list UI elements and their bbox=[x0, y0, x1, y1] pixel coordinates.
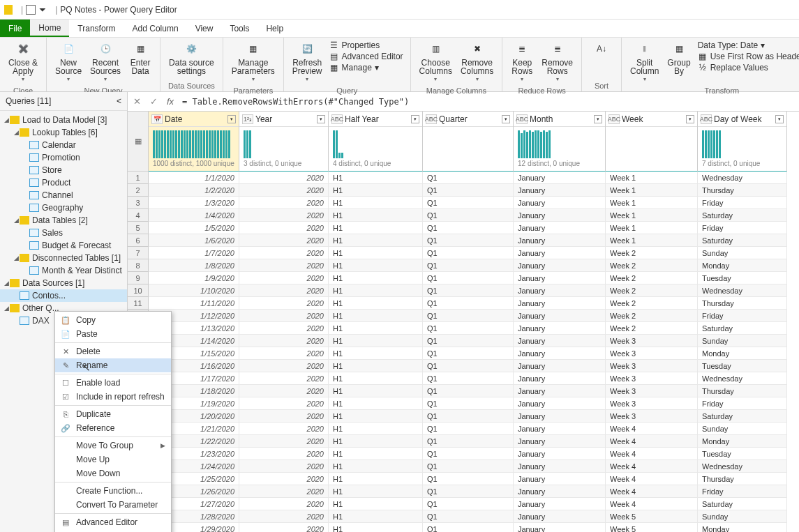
corner-cell[interactable]: ▦ bbox=[128, 112, 149, 172]
column-header[interactable]: ABCMonth▾ 12 distinct, 0 unique bbox=[514, 112, 606, 172]
cell[interactable]: Week 3 bbox=[606, 347, 698, 360]
menu-transform[interactable]: Transform bbox=[69, 20, 124, 37]
cell[interactable]: Q1 bbox=[423, 423, 514, 435]
type-icon[interactable]: ABC bbox=[426, 114, 437, 124]
context-menu-item[interactable]: ⎘Duplicate bbox=[55, 407, 171, 421]
cell[interactable]: Q1 bbox=[423, 222, 514, 234]
cell[interactable]: H1 bbox=[329, 197, 423, 209]
menu-view[interactable]: View bbox=[187, 20, 222, 37]
table-row[interactable]: 161/16/20202020H1Q1JanuaryWeek 3Tuesday bbox=[128, 360, 799, 372]
cell[interactable]: 2020 bbox=[239, 209, 329, 222]
tree-query[interactable]: Product bbox=[0, 176, 127, 189]
cell[interactable]: H1 bbox=[329, 222, 423, 234]
cell[interactable]: Week 4 bbox=[606, 423, 698, 435]
context-menu-item[interactable]: ✕Delete bbox=[55, 344, 171, 358]
cell[interactable]: Friday bbox=[698, 397, 787, 410]
table-row[interactable]: 281/28/20202020H1Q1JanuaryWeek 5Sunday bbox=[128, 510, 799, 523]
table-row[interactable]: 111/11/20202020H1Q1JanuaryWeek 2Thursday bbox=[128, 297, 799, 310]
cell[interactable]: Q1 bbox=[423, 234, 514, 247]
table-row[interactable]: 221/22/20202020H1Q1JanuaryWeek 4Monday bbox=[128, 435, 799, 448]
filter-dropdown-icon[interactable]: ▾ bbox=[686, 115, 694, 123]
cell[interactable]: Q1 bbox=[423, 385, 514, 397]
filter-dropdown-icon[interactable]: ▾ bbox=[502, 115, 510, 123]
cell[interactable]: Q1 bbox=[423, 322, 514, 335]
column-header[interactable]: ABCWeek▾ bbox=[606, 112, 698, 172]
cell[interactable]: H1 bbox=[329, 347, 423, 360]
cell[interactable]: January bbox=[514, 297, 606, 310]
cell[interactable]: Q1 bbox=[423, 485, 514, 498]
type-icon[interactable]: ABC bbox=[516, 114, 528, 124]
cell[interactable]: Week 2 bbox=[606, 310, 698, 322]
cell[interactable]: January bbox=[514, 397, 606, 410]
cell[interactable]: 2020 bbox=[239, 284, 329, 297]
cell[interactable]: H1 bbox=[329, 272, 423, 284]
cell[interactable]: January bbox=[514, 322, 606, 335]
cell[interactable]: Week 3 bbox=[606, 335, 698, 347]
cell[interactable]: H1 bbox=[329, 423, 423, 435]
cell[interactable]: Sunday bbox=[698, 247, 787, 259]
table-row[interactable]: 31/3/20202020H1Q1JanuaryWeek 1Friday bbox=[128, 197, 799, 209]
cell[interactable]: 2020 bbox=[239, 410, 329, 423]
cell[interactable]: Week 3 bbox=[606, 410, 698, 423]
choose-columns-button[interactable]: ▥Choose Columns▾ bbox=[417, 39, 455, 85]
cell[interactable]: January bbox=[514, 485, 606, 498]
cell[interactable]: January bbox=[514, 209, 606, 222]
table-row[interactable]: 51/5/20202020H1Q1JanuaryWeek 1Friday bbox=[128, 222, 799, 234]
cell[interactable]: 2020 bbox=[239, 460, 329, 473]
table-row[interactable]: 291/29/20202020H1Q1JanuaryWeek 5Monday bbox=[128, 523, 799, 532]
type-icon[interactable]: 1²₃ bbox=[242, 114, 253, 124]
table-row[interactable]: 151/15/20202020H1Q1JanuaryWeek 3Monday bbox=[128, 347, 799, 360]
cell[interactable]: H1 bbox=[329, 297, 423, 310]
row-number[interactable]: 4 bbox=[128, 209, 149, 222]
cell[interactable]: January bbox=[514, 222, 606, 234]
cell[interactable]: Saturday bbox=[698, 234, 787, 247]
save-icon[interactable] bbox=[26, 5, 36, 15]
split-column-button[interactable]: ⫴Split Column▾ bbox=[627, 39, 662, 85]
cell[interactable]: Q1 bbox=[423, 197, 514, 209]
cell[interactable]: Week 4 bbox=[606, 473, 698, 485]
cell[interactable]: 2020 bbox=[239, 310, 329, 322]
cell[interactable]: Week 2 bbox=[606, 259, 698, 272]
cell[interactable]: Q1 bbox=[423, 435, 514, 448]
menu-file[interactable]: File bbox=[0, 20, 30, 37]
cell[interactable]: Q1 bbox=[423, 272, 514, 284]
cell[interactable]: 1/8/2020 bbox=[149, 259, 239, 272]
context-menu-item[interactable]: 🔗Reference bbox=[55, 421, 171, 435]
cell[interactable]: 2020 bbox=[239, 197, 329, 209]
fx-icon[interactable]: fx bbox=[164, 96, 177, 108]
tree-query[interactable]: Month & Year Distinct bbox=[0, 264, 127, 277]
tree-query[interactable]: Channel bbox=[0, 189, 127, 202]
type-icon[interactable]: ABC bbox=[701, 114, 712, 124]
cell[interactable]: Week 2 bbox=[606, 247, 698, 259]
cell[interactable]: 1/7/2020 bbox=[149, 247, 239, 259]
remove-rows-button[interactable]: ≣Remove Rows▾ bbox=[539, 39, 576, 85]
remove-columns-button[interactable]: ✖Remove Columns▾ bbox=[458, 39, 496, 85]
type-icon[interactable]: 📅 bbox=[151, 114, 163, 124]
cell[interactable]: Q1 bbox=[423, 184, 514, 197]
cell[interactable]: Q1 bbox=[423, 372, 514, 385]
tree-folder[interactable]: ◢Lookup Tables [6] bbox=[0, 126, 127, 139]
cell[interactable]: 2020 bbox=[239, 272, 329, 284]
close-apply-button[interactable]: ✖️Close & Apply▾ bbox=[6, 39, 40, 85]
cell[interactable]: 2020 bbox=[239, 297, 329, 310]
cell[interactable]: 2020 bbox=[239, 498, 329, 510]
tree-query[interactable]: Calendar bbox=[0, 139, 127, 151]
cell[interactable]: January bbox=[514, 197, 606, 209]
filter-dropdown-icon[interactable]: ▾ bbox=[317, 115, 325, 123]
cell[interactable]: Q1 bbox=[423, 410, 514, 423]
formula-input[interactable] bbox=[181, 96, 796, 108]
cell[interactable]: Q1 bbox=[423, 259, 514, 272]
type-icon[interactable]: ABC bbox=[331, 114, 343, 124]
row-number[interactable]: 10 bbox=[128, 284, 149, 297]
cell[interactable]: Friday bbox=[698, 485, 787, 498]
cell[interactable]: Friday bbox=[698, 197, 787, 209]
table-row[interactable]: 251/25/20202020H1Q1JanuaryWeek 4Thursday bbox=[128, 473, 799, 485]
table-row[interactable]: 181/18/20202020H1Q1JanuaryWeek 3Thursday bbox=[128, 385, 799, 397]
cell[interactable]: H1 bbox=[329, 234, 423, 247]
cell[interactable]: Q1 bbox=[423, 297, 514, 310]
cell[interactable]: 2020 bbox=[239, 234, 329, 247]
table-row[interactable]: 41/4/20202020H1Q1JanuaryWeek 1Saturday bbox=[128, 209, 799, 222]
cell[interactable]: January bbox=[514, 435, 606, 448]
refresh-preview-button[interactable]: 🔄Refresh Preview▾ bbox=[290, 39, 325, 85]
cell[interactable]: 2020 bbox=[239, 385, 329, 397]
